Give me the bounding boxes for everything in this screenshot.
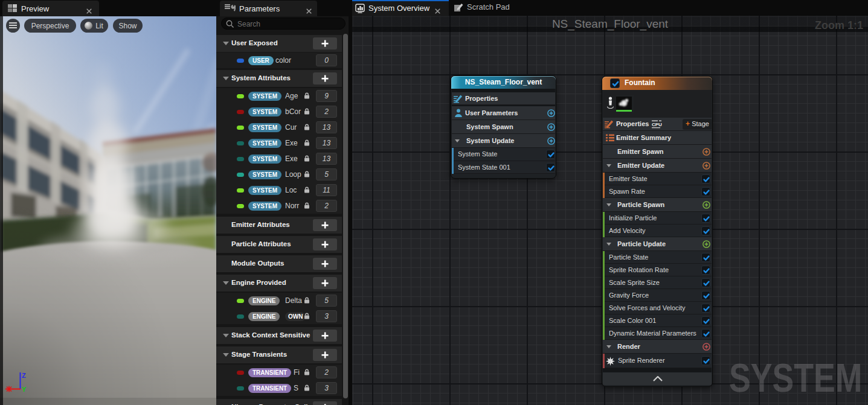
svg-text:CPU: CPU bbox=[652, 122, 662, 127]
svg-text:Y: Y bbox=[22, 386, 27, 393]
svg-text:Z: Z bbox=[22, 372, 26, 379]
